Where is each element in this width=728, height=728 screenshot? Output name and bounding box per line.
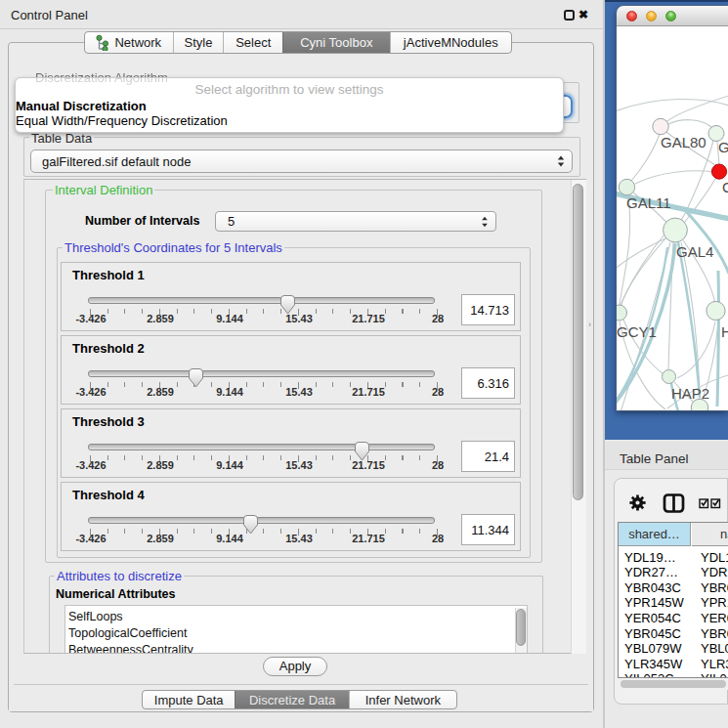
svg-text:C: C — [722, 179, 728, 195]
svg-text:GCY1: GCY1 — [617, 323, 657, 340]
svg-text:HAP2: HAP2 — [671, 385, 709, 402]
svg-text:GAL11: GAL11 — [626, 194, 671, 211]
svg-text:GA: GA — [718, 139, 728, 155]
svg-text:H: H — [721, 323, 728, 340]
svg-text:GAL4: GAL4 — [676, 243, 713, 260]
svg-text:GAL80: GAL80 — [661, 134, 707, 150]
